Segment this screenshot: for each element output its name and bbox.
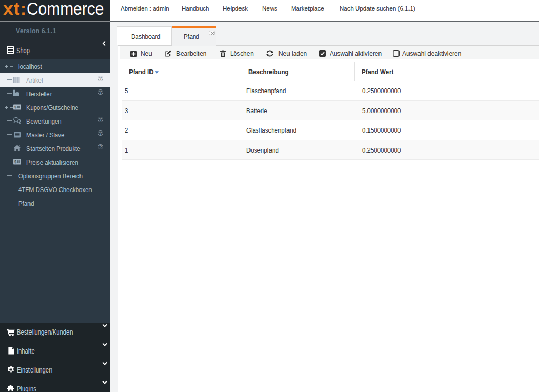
svg-text:$: $ bbox=[14, 105, 16, 109]
svg-text:$: $ bbox=[14, 160, 16, 164]
